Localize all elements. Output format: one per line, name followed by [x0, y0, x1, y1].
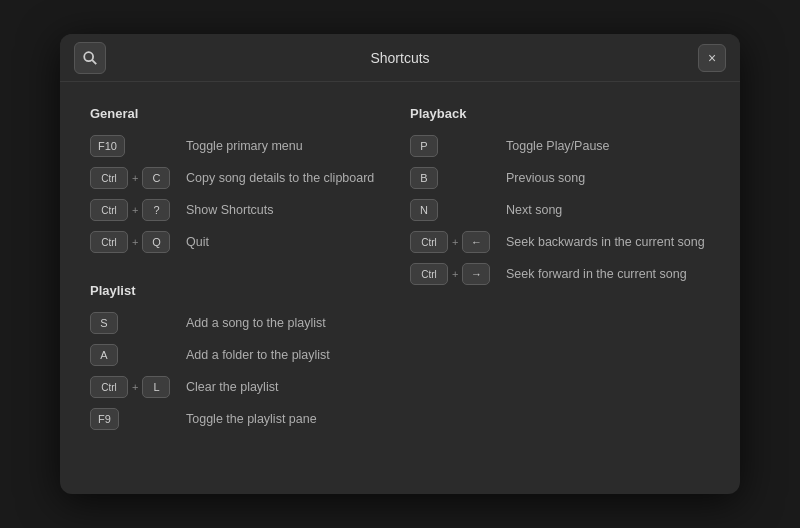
key-ctrl: Ctrl — [410, 231, 448, 253]
search-button[interactable] — [74, 42, 106, 74]
close-button[interactable]: × — [698, 44, 726, 72]
shortcut-description: Add a folder to the playlist — [186, 348, 390, 362]
key-ctrl: Ctrl — [90, 199, 128, 221]
shortcut-row: A Add a folder to the playlist — [90, 344, 390, 366]
shortcut-keys: Ctrl + L — [90, 376, 180, 398]
shortcut-description: Next song — [506, 203, 710, 217]
shortcut-keys: Ctrl + ← — [410, 231, 500, 253]
shortcut-row: Ctrl + ? Show Shortcuts — [90, 199, 390, 221]
plus-sign: + — [132, 381, 138, 393]
plus-sign: + — [132, 204, 138, 216]
shortcut-keys: Ctrl + ? — [90, 199, 180, 221]
key-c: C — [142, 167, 170, 189]
shortcut-description: Copy song details to the clipboard — [186, 171, 390, 185]
shortcut-keys: A — [90, 344, 180, 366]
shortcuts-dialog: Shortcuts × General F10 Toggle primary m… — [60, 34, 740, 494]
shortcut-description: Toggle Play/Pause — [506, 139, 710, 153]
shortcut-row: Ctrl + → Seek forward in the current son… — [410, 263, 710, 285]
key-s: S — [90, 312, 118, 334]
shortcut-keys: Ctrl + C — [90, 167, 180, 189]
shortcut-keys: N — [410, 199, 500, 221]
shortcut-description: Seek forward in the current song — [506, 267, 710, 281]
plus-sign: + — [452, 236, 458, 248]
shortcut-description: Toggle primary menu — [186, 139, 390, 153]
shortcut-keys: P — [410, 135, 500, 157]
plus-sign: + — [452, 268, 458, 280]
key-p: P — [410, 135, 438, 157]
shortcut-keys: B — [410, 167, 500, 189]
key-f9: F9 — [90, 408, 119, 430]
shortcut-description: Quit — [186, 235, 390, 249]
shortcut-row: Ctrl + L Clear the playlist — [90, 376, 390, 398]
key-ctrl: Ctrl — [90, 231, 128, 253]
plus-sign: + — [132, 236, 138, 248]
key-question: ? — [142, 199, 170, 221]
shortcut-row: S Add a song to the playlist — [90, 312, 390, 334]
shortcut-keys: Ctrl + Q — [90, 231, 180, 253]
general-section-title: General — [90, 106, 390, 121]
key-right-arrow: → — [462, 263, 490, 285]
shortcut-description: Toggle the playlist pane — [186, 412, 390, 426]
shortcut-keys: S — [90, 312, 180, 334]
playback-section-title: Playback — [410, 106, 710, 121]
shortcut-description: Previous song — [506, 171, 710, 185]
shortcut-keys: F9 — [90, 408, 180, 430]
key-l: L — [142, 376, 170, 398]
shortcut-description: Add a song to the playlist — [186, 316, 390, 330]
left-column: General F10 Toggle primary menu Ctrl + C… — [90, 106, 390, 440]
shortcut-description: Clear the playlist — [186, 380, 390, 394]
shortcut-description: Show Shortcuts — [186, 203, 390, 217]
playlist-section-title: Playlist — [90, 283, 390, 298]
key-q: Q — [142, 231, 170, 253]
key-n: N — [410, 199, 438, 221]
titlebar: Shortcuts × — [60, 34, 740, 82]
shortcut-keys: Ctrl + → — [410, 263, 500, 285]
key-ctrl: Ctrl — [90, 376, 128, 398]
key-b: B — [410, 167, 438, 189]
key-a: A — [90, 344, 118, 366]
content-area: General F10 Toggle primary menu Ctrl + C… — [60, 82, 740, 464]
shortcut-row: F10 Toggle primary menu — [90, 135, 390, 157]
shortcut-row: N Next song — [410, 199, 710, 221]
shortcut-row: Ctrl + ← Seek backwards in the current s… — [410, 231, 710, 253]
plus-sign: + — [132, 172, 138, 184]
key-left-arrow: ← — [462, 231, 490, 253]
shortcut-row: Ctrl + C Copy song details to the clipbo… — [90, 167, 390, 189]
svg-point-0 — [84, 52, 93, 61]
dialog-title: Shortcuts — [370, 50, 429, 66]
shortcut-row: F9 Toggle the playlist pane — [90, 408, 390, 430]
shortcut-keys: F10 — [90, 135, 180, 157]
shortcut-description: Seek backwards in the current song — [506, 235, 710, 249]
key-ctrl: Ctrl — [90, 167, 128, 189]
search-icon — [82, 50, 98, 66]
shortcut-row: P Toggle Play/Pause — [410, 135, 710, 157]
shortcut-row: B Previous song — [410, 167, 710, 189]
right-column: Playback P Toggle Play/Pause B Previous … — [410, 106, 710, 440]
key-ctrl: Ctrl — [410, 263, 448, 285]
shortcut-row: Ctrl + Q Quit — [90, 231, 390, 253]
key-f10: F10 — [90, 135, 125, 157]
section-spacer — [90, 263, 390, 283]
svg-line-1 — [92, 60, 96, 64]
